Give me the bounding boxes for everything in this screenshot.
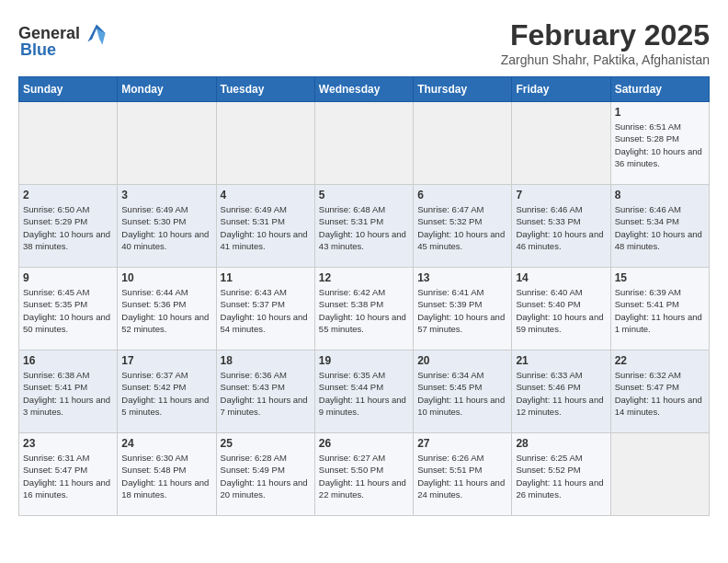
calendar-week-2: 2Sunrise: 6:50 AM Sunset: 5:29 PM Daylig… xyxy=(19,185,710,268)
calendar-cell: 3Sunrise: 6:49 AM Sunset: 5:30 PM Daylig… xyxy=(118,185,216,268)
day-number: 11 xyxy=(221,271,311,284)
calendar-cell: 2Sunrise: 6:50 AM Sunset: 5:29 PM Daylig… xyxy=(19,185,118,268)
day-info: Sunrise: 6:27 AM Sunset: 5:50 PM Dayligh… xyxy=(319,452,409,500)
day-info: Sunrise: 6:32 AM Sunset: 5:47 PM Dayligh… xyxy=(615,369,705,418)
logo-icon xyxy=(82,18,111,48)
calendar-week-3: 9Sunrise: 6:45 AM Sunset: 5:35 PM Daylig… xyxy=(19,268,710,350)
calendar-week-4: 16Sunrise: 6:38 AM Sunset: 5:41 PM Dayli… xyxy=(19,350,710,433)
day-info: Sunrise: 6:45 AM Sunset: 5:35 PM Dayligh… xyxy=(23,286,113,335)
header-friday: Friday xyxy=(512,77,610,102)
day-number: 12 xyxy=(319,271,409,284)
day-info: Sunrise: 6:46 AM Sunset: 5:33 PM Dayligh… xyxy=(516,203,606,252)
day-number: 25 xyxy=(221,437,311,450)
calendar-cell xyxy=(314,102,413,185)
day-info: Sunrise: 6:47 AM Sunset: 5:32 PM Dayligh… xyxy=(417,203,507,252)
calendar-cell: 20Sunrise: 6:34 AM Sunset: 5:45 PM Dayli… xyxy=(414,350,512,433)
day-number: 7 xyxy=(516,189,606,201)
calendar-cell xyxy=(414,102,512,185)
day-info: Sunrise: 6:38 AM Sunset: 5:41 PM Dayligh… xyxy=(23,369,113,418)
day-number: 10 xyxy=(121,271,211,284)
calendar-cell: 16Sunrise: 6:38 AM Sunset: 5:41 PM Dayli… xyxy=(19,350,118,433)
day-info: Sunrise: 6:44 AM Sunset: 5:36 PM Dayligh… xyxy=(121,286,211,335)
day-number: 13 xyxy=(417,271,507,284)
calendar-cell: 9Sunrise: 6:45 AM Sunset: 5:35 PM Daylig… xyxy=(19,268,118,350)
day-number: 24 xyxy=(121,437,211,450)
logo-blue: Blue xyxy=(20,40,56,60)
day-number: 23 xyxy=(23,437,113,450)
header-sunday: Sunday xyxy=(19,77,118,102)
calendar-cell: 28Sunrise: 6:25 AM Sunset: 5:52 PM Dayli… xyxy=(512,433,610,516)
day-number: 5 xyxy=(319,189,409,201)
calendar-cell: 19Sunrise: 6:35 AM Sunset: 5:44 PM Dayli… xyxy=(314,350,413,433)
calendar-cell: 13Sunrise: 6:41 AM Sunset: 5:39 PM Dayli… xyxy=(414,268,512,350)
header-thursday: Thursday xyxy=(414,77,512,102)
day-info: Sunrise: 6:39 AM Sunset: 5:41 PM Dayligh… xyxy=(615,286,705,335)
day-info: Sunrise: 6:43 AM Sunset: 5:37 PM Dayligh… xyxy=(221,286,311,335)
day-info: Sunrise: 6:34 AM Sunset: 5:45 PM Dayligh… xyxy=(417,369,507,418)
day-info: Sunrise: 6:46 AM Sunset: 5:34 PM Dayligh… xyxy=(615,203,705,252)
day-number: 2 xyxy=(23,189,113,201)
day-number: 15 xyxy=(615,271,705,284)
day-number: 26 xyxy=(319,437,409,450)
calendar-week-5: 23Sunrise: 6:31 AM Sunset: 5:47 PM Dayli… xyxy=(19,433,710,516)
day-number: 14 xyxy=(516,271,606,284)
day-number: 22 xyxy=(615,354,705,367)
day-info: Sunrise: 6:42 AM Sunset: 5:38 PM Dayligh… xyxy=(319,286,409,335)
day-number: 21 xyxy=(516,354,606,367)
calendar-cell: 23Sunrise: 6:31 AM Sunset: 5:47 PM Dayli… xyxy=(19,433,118,516)
calendar-cell xyxy=(512,102,610,185)
calendar-cell xyxy=(610,433,709,516)
header-monday: Monday xyxy=(118,77,216,102)
calendar-cell: 24Sunrise: 6:30 AM Sunset: 5:48 PM Dayli… xyxy=(118,433,216,516)
day-info: Sunrise: 6:33 AM Sunset: 5:46 PM Dayligh… xyxy=(516,369,606,418)
page-header: General Blue February 2025 Zarghun Shahr… xyxy=(18,18,710,67)
logo: General Blue xyxy=(18,18,111,60)
day-info: Sunrise: 6:37 AM Sunset: 5:42 PM Dayligh… xyxy=(121,369,211,418)
day-info: Sunrise: 6:51 AM Sunset: 5:28 PM Dayligh… xyxy=(615,121,705,169)
svg-marker-1 xyxy=(97,29,106,45)
day-number: 4 xyxy=(221,189,311,201)
day-info: Sunrise: 6:49 AM Sunset: 5:30 PM Dayligh… xyxy=(121,203,211,252)
day-number: 28 xyxy=(516,437,606,450)
header-saturday: Saturday xyxy=(610,77,709,102)
day-info: Sunrise: 6:25 AM Sunset: 5:52 PM Dayligh… xyxy=(516,452,606,500)
calendar-title: February 2025 xyxy=(501,18,710,52)
calendar-cell: 17Sunrise: 6:37 AM Sunset: 5:42 PM Dayli… xyxy=(118,350,216,433)
day-number: 16 xyxy=(23,354,113,367)
day-info: Sunrise: 6:35 AM Sunset: 5:44 PM Dayligh… xyxy=(319,369,409,418)
day-info: Sunrise: 6:41 AM Sunset: 5:39 PM Dayligh… xyxy=(417,286,507,335)
day-number: 8 xyxy=(615,189,705,201)
calendar-cell: 25Sunrise: 6:28 AM Sunset: 5:49 PM Dayli… xyxy=(216,433,314,516)
day-info: Sunrise: 6:26 AM Sunset: 5:51 PM Dayligh… xyxy=(417,452,507,500)
day-number: 1 xyxy=(615,106,705,119)
day-number: 9 xyxy=(23,271,113,284)
day-number: 18 xyxy=(221,354,311,367)
day-number: 6 xyxy=(417,189,507,201)
header-tuesday: Tuesday xyxy=(216,77,314,102)
calendar-week-1: 1Sunrise: 6:51 AM Sunset: 5:28 PM Daylig… xyxy=(19,102,710,185)
calendar-cell: 21Sunrise: 6:33 AM Sunset: 5:46 PM Dayli… xyxy=(512,350,610,433)
calendar-cell: 8Sunrise: 6:46 AM Sunset: 5:34 PM Daylig… xyxy=(610,185,709,268)
calendar-cell: 27Sunrise: 6:26 AM Sunset: 5:51 PM Dayli… xyxy=(414,433,512,516)
calendar-cell: 4Sunrise: 6:49 AM Sunset: 5:31 PM Daylig… xyxy=(216,185,314,268)
calendar-cell: 12Sunrise: 6:42 AM Sunset: 5:38 PM Dayli… xyxy=(314,268,413,350)
day-number: 20 xyxy=(417,354,507,367)
day-info: Sunrise: 6:31 AM Sunset: 5:47 PM Dayligh… xyxy=(23,452,113,500)
day-number: 19 xyxy=(319,354,409,367)
day-number: 27 xyxy=(417,437,507,450)
day-info: Sunrise: 6:30 AM Sunset: 5:48 PM Dayligh… xyxy=(121,452,211,500)
calendar-cell: 10Sunrise: 6:44 AM Sunset: 5:36 PM Dayli… xyxy=(118,268,216,350)
day-info: Sunrise: 6:40 AM Sunset: 5:40 PM Dayligh… xyxy=(516,286,606,335)
calendar-cell: 15Sunrise: 6:39 AM Sunset: 5:41 PM Dayli… xyxy=(610,268,709,350)
calendar-cell: 14Sunrise: 6:40 AM Sunset: 5:40 PM Dayli… xyxy=(512,268,610,350)
calendar-cell: 18Sunrise: 6:36 AM Sunset: 5:43 PM Dayli… xyxy=(216,350,314,433)
header-wednesday: Wednesday xyxy=(314,77,413,102)
calendar-table: SundayMondayTuesdayWednesdayThursdayFrid… xyxy=(18,76,710,516)
title-block: February 2025 Zarghun Shahr, Paktika, Af… xyxy=(501,18,710,67)
calendar-cell xyxy=(118,102,216,185)
day-info: Sunrise: 6:28 AM Sunset: 5:49 PM Dayligh… xyxy=(221,452,311,500)
calendar-cell xyxy=(19,102,118,185)
day-info: Sunrise: 6:49 AM Sunset: 5:31 PM Dayligh… xyxy=(221,203,311,252)
calendar-header-row: SundayMondayTuesdayWednesdayThursdayFrid… xyxy=(19,77,710,102)
calendar-cell: 5Sunrise: 6:48 AM Sunset: 5:31 PM Daylig… xyxy=(314,185,413,268)
